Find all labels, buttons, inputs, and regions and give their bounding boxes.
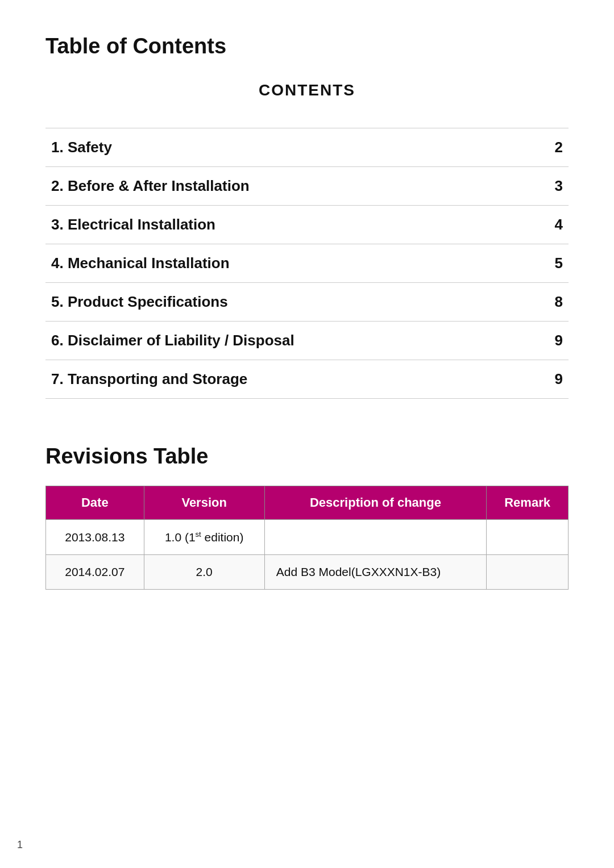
toc-item-7-label: 7. Transporting and Storage [51,370,247,388]
contents-heading: CONTENTS [45,81,569,99]
col-version: Version [144,486,264,520]
toc-item-2-page: 3 [555,177,563,195]
row2-remark [487,555,569,590]
toc-row: 7. Transporting and Storage 9 [45,360,569,399]
page-number: 1 [17,839,23,851]
toc-item-1-page: 2 [555,139,563,156]
toc-row: 6. Disclaimer of Liability / Disposal 9 [45,322,569,360]
row1-version: 1.0 (1st edition) [144,520,264,555]
row1-version-main: 1.0 (1 [165,531,196,544]
row1-date: 2013.08.13 [46,520,144,555]
toc-row: 2. Before & After Installation 3 [45,167,569,206]
toc-item-6-label: 6. Disclaimer of Liability / Disposal [51,332,294,349]
toc-row: 5. Product Specifications 8 [45,283,569,322]
col-date: Date [46,486,144,520]
toc-item-3-page: 4 [555,216,563,233]
row1-remark [487,520,569,555]
revisions-table: Date Version Description of change Remar… [45,486,569,590]
row1-version-sup: st [196,530,201,539]
toc-row: 1. Safety 2 [45,128,569,167]
row1-description [264,520,486,555]
revisions-section: Revisions Table Date Version Description… [45,444,569,590]
toc-item-4-label: 4. Mechanical Installation [51,254,230,272]
toc-item-2-label: 2. Before & After Installation [51,177,250,195]
revisions-title: Revisions Table [45,444,569,469]
table-header-row: Date Version Description of change Remar… [46,486,569,520]
page-container: Table of Contents CONTENTS 1. Safety 2 2… [0,0,614,624]
toc-item-5-page: 8 [555,293,563,311]
toc-item-1-label: 1. Safety [51,139,112,156]
toc-item-4-page: 5 [555,254,563,272]
toc-item-6-page: 9 [555,332,563,349]
toc-table: 1. Safety 2 2. Before & After Installati… [45,128,569,399]
col-description: Description of change [264,486,486,520]
toc-row: 4. Mechanical Installation 5 [45,244,569,283]
table-row: 2014.02.07 2.0 Add B3 Model(LGXXXN1X-B3) [46,555,569,590]
row2-version: 2.0 [144,555,264,590]
page-title: Table of Contents [45,34,569,59]
row1-version-end: edition) [201,531,244,544]
row2-date: 2014.02.07 [46,555,144,590]
table-row: 2013.08.13 1.0 (1st edition) [46,520,569,555]
toc-item-7-page: 9 [555,370,563,388]
row2-description: Add B3 Model(LGXXXN1X-B3) [264,555,486,590]
col-remark: Remark [487,486,569,520]
toc-item-3-label: 3. Electrical Installation [51,216,215,233]
toc-row: 3. Electrical Installation 4 [45,206,569,244]
toc-item-5-label: 5. Product Specifications [51,293,228,311]
